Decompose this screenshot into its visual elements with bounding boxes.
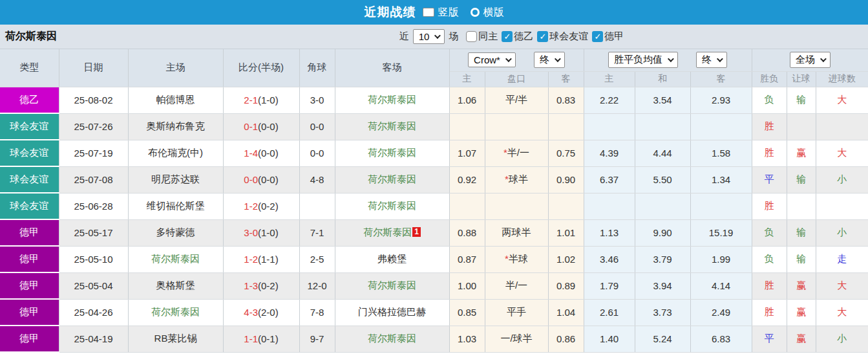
home-team-name[interactable]: 帕德博恩 [156,94,195,105]
odds-final-value: 终 [540,54,549,66]
table-row: 球会友谊 25-06-28 维切福伦斯堡 1-2(0-2) 荷尔斯泰因 胜 [0,193,868,219]
odds-away-cell: 0.75 [548,140,584,166]
fulltime-score: 2-1 [244,94,258,105]
home-team-name[interactable]: 奥格斯堡 [156,280,195,291]
handicap-result-value: 输 [796,94,806,105]
recent-label: 近 [399,30,409,43]
handicap-result-cell: 输 [787,246,816,272]
same-home-checkbox[interactable] [466,31,477,42]
away-team-name[interactable]: 荷尔斯泰因 [368,173,416,184]
league-label: 球会友谊 [10,147,48,158]
table-row: 德甲 25-04-26 荷尔斯泰因 4-3(2-0) 7-8 门兴格拉德巴赫 0… [0,299,868,326]
home-team-name[interactable]: 布伦瑞克(中) [148,147,203,158]
corner-score: 0-0 [310,148,324,159]
avg-final-select[interactable]: 终 [696,52,727,68]
halftime-score: (0-0) [258,121,279,132]
away-cell: 弗赖堡 [335,246,449,272]
corner-cell: 3-0 [299,87,335,113]
result-cell: 负 [752,246,787,272]
date-cell: 25-07-08 [59,166,128,193]
away-team-name[interactable]: 门兴格拉德巴赫 [358,306,426,317]
subheader-avg-draw: 和 [635,71,690,87]
home-team-name[interactable]: 明尼苏达联 [151,173,200,184]
avg-draw-value: 5.24 [653,333,672,344]
away-team-name[interactable]: 荷尔斯泰因 [363,227,412,238]
subheader-goals: 进球数 [816,71,868,87]
home-team-name[interactable]: 维切福伦斯堡 [147,200,205,211]
recent-count-select[interactable]: 10 [413,29,445,44]
corner-score: 12-0 [307,280,326,291]
odds-home-cell: 1.03 [449,326,485,352]
odds-home-cell: 0.88 [449,219,485,246]
away-team-name[interactable]: 荷尔斯泰因 [368,120,416,131]
de2-checkbox[interactable] [502,31,513,42]
halftime-score: (2-0) [258,307,279,318]
odds-away-value: 0.83 [556,94,575,105]
home-team-name[interactable]: 奥斯纳布鲁克 [147,120,205,131]
avg-away-value: 6.83 [712,333,730,344]
goals-cell: 小 [816,326,868,352]
handicap-result-value: 输 [796,173,806,184]
odds-home-value: 0.92 [458,174,476,185]
avg-home-value: 4.39 [600,148,619,159]
fulltime-select[interactable]: 全场 [790,52,831,68]
goals-result-value: 小 [837,333,847,344]
avg-select[interactable]: 胜平负均值 [608,52,678,68]
away-team-name[interactable]: 弗赖堡 [377,253,407,264]
away-cell: 荷尔斯泰因1 [335,219,449,246]
league-cell: 德甲 [0,272,59,299]
handicap-result-cell: 赢 [787,326,816,352]
away-team-name[interactable]: 荷尔斯泰因 [368,280,416,291]
league-cell: 球会友谊 [0,113,59,140]
subheader-odds-away: 客 [548,71,584,87]
odds-away-cell: 0.86 [548,326,584,352]
table-row: 德乙 25-08-02 帕德博恩 2-1(1-0) 3-0 荷尔斯泰因 1.06… [0,87,868,113]
home-cell: 明尼苏达联 [128,166,223,193]
table-row: 德甲 25-05-10 荷尔斯泰因 1-2(1-1) 2-5 弗赖堡 0.87 … [0,246,868,272]
avg-away-cell [690,113,752,140]
same-home-option: 同主 [466,30,498,43]
odds-home-cell: 1.07 [449,140,485,166]
odds-company-select[interactable]: Crow* [468,52,516,67]
avg-draw-value: 3.94 [653,280,672,291]
topbar: 近期战绩 竖版 横版 [0,0,868,25]
handicap-result-cell: 输 [787,166,816,193]
avg-value: 胜平负均值 [614,54,662,66]
home-team-name[interactable]: RB莱比锡 [154,333,197,344]
de2-label: 德乙 [514,30,533,43]
corner-cell: 2-5 [299,246,335,272]
radio-vertical[interactable]: 竖版 [423,6,459,19]
odds-away-value: 1.01 [556,227,575,238]
radio-horizontal[interactable]: 横版 [471,6,504,19]
odds-home-cell [449,193,485,219]
avg-home-cell: 2.22 [584,87,635,113]
radio-selected-icon[interactable] [423,8,434,17]
de1-checkbox[interactable] [592,31,603,42]
away-team-name[interactable]: 荷尔斯泰因 [368,333,416,344]
home-team-name[interactable]: 荷尔斯泰因 [151,253,200,264]
handicap-value: 平/半 [505,94,527,105]
league-cell: 德甲 [0,219,59,246]
league-label: 德乙 [19,94,39,105]
handicap-result-cell [787,193,816,219]
odds-away-value: 0.90 [556,174,575,185]
away-team-name[interactable]: 荷尔斯泰因 [368,200,416,211]
home-team-name[interactable]: 多特蒙德 [156,227,195,238]
radio-unselected-icon[interactable] [471,8,480,17]
avg-draw-cell: 5.50 [635,166,690,193]
away-team-name[interactable]: 荷尔斯泰因 [368,94,416,105]
odds-home-cell: 0.85 [449,299,485,326]
results-table: 类型 日期 主场 比分(半场) 角球 客场 Crow* 终 [0,49,868,353]
away-team-name[interactable]: 荷尔斯泰因 [368,147,416,158]
friendly-checkbox[interactable] [537,31,548,42]
handicap-value: 一/球半 [500,333,532,344]
odds-away-cell [548,113,584,140]
result-value: 胜 [765,200,774,211]
match-date: 25-05-04 [74,280,112,291]
goals-cell: 大 [816,299,868,326]
fulltime-score: 0-1 [244,121,258,132]
odds-final-select[interactable]: 终 [534,52,565,68]
home-team-name[interactable]: 荷尔斯泰因 [151,306,200,317]
result-cell: 平 [752,166,787,193]
fulltime-score: 1-2 [244,201,258,212]
